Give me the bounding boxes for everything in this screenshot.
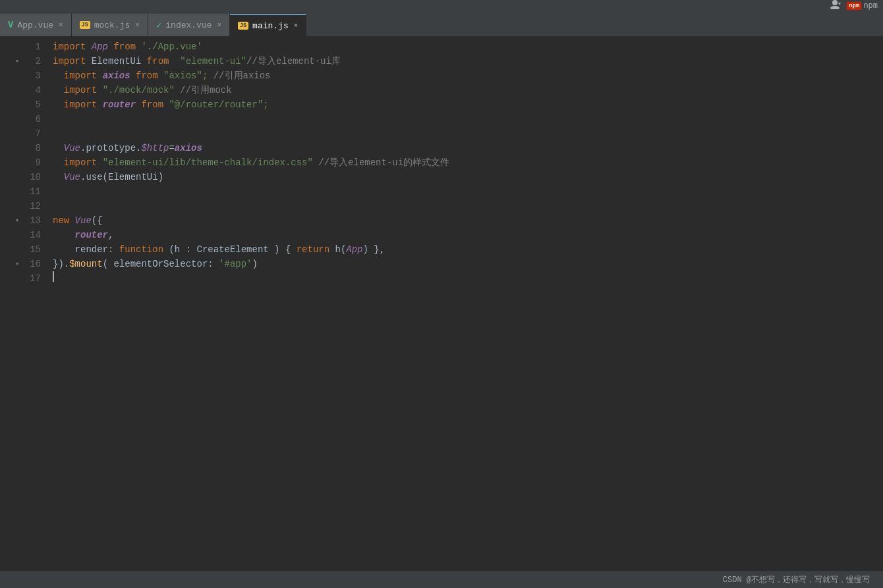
code-line-9: import "element-ui/lib/theme-chalk/index…	[53, 155, 883, 170]
code-line-13: new Vue({	[53, 213, 883, 228]
svg-point-1	[830, 6, 840, 9]
text-cursor	[53, 271, 54, 282]
code-line-6	[53, 112, 883, 126]
tab-bar: V App.vue × JS mock.js × ✓ index.vue × J…	[0, 12, 883, 37]
tab-close-main-js[interactable]: ×	[294, 22, 299, 30]
tab-icon-js-main: JS	[238, 22, 248, 30]
npm-badge: npm npm	[847, 1, 878, 11]
line-number-16: ▾16	[12, 257, 43, 271]
npm-label: npm	[863, 1, 878, 11]
tab-close-mock-js[interactable]: ×	[135, 21, 140, 29]
tab-label-mock-js: mock.js	[94, 20, 130, 30]
tab-close-app-vue[interactable]: ×	[59, 21, 63, 29]
tab-mock-js[interactable]: JS mock.js ×	[72, 14, 148, 36]
code-line-14: router,	[53, 228, 883, 242]
line-number-3: 3	[12, 68, 43, 83]
tab-icon-vue-index: ✓	[156, 20, 161, 31]
svg-point-0	[832, 0, 838, 5]
line-number-2: ▾2	[12, 54, 43, 68]
tab-app-vue[interactable]: V App.vue ×	[0, 14, 72, 36]
tab-label-app-vue: App.vue	[17, 20, 53, 30]
user-icon	[828, 0, 841, 12]
tab-main-js[interactable]: JS main.js ×	[230, 14, 306, 36]
status-bar: CSDN @不想写，还得写，写就写，慢慢写	[0, 571, 883, 588]
code-line-3: import axios from "axios"; //引用axios	[53, 68, 883, 83]
code-area[interactable]: import App from './App.vue'import Elemen…	[49, 40, 883, 571]
code-line-12	[53, 199, 883, 213]
line-number-15: 15	[12, 242, 43, 257]
line-numbers: 1▾23456789101112▾131415▾1617	[0, 40, 49, 571]
npm-icon: npm	[847, 2, 861, 10]
code-line-4: import "./mock/mock" //引用mock	[53, 83, 883, 97]
tab-close-index-vue[interactable]: ×	[217, 21, 222, 29]
line-number-9: 9	[12, 155, 43, 170]
tab-index-vue[interactable]: ✓ index.vue ×	[148, 14, 230, 36]
tab-label-index-vue: index.vue	[165, 20, 212, 30]
line-number-7: 7	[12, 126, 43, 141]
fold-icon-16[interactable]: ▾	[12, 257, 22, 271]
line-number-8: 8	[12, 141, 43, 155]
line-number-5: 5	[12, 97, 43, 112]
code-line-17	[53, 271, 883, 286]
code-line-2: import ElementUi from "element-ui"//导入el…	[53, 54, 883, 68]
fold-icon-2[interactable]: ▾	[12, 54, 22, 68]
line-number-10: 10	[12, 170, 43, 184]
code-line-5: import router from "@/router/router";	[53, 97, 883, 112]
line-number-13: ▾13	[12, 213, 43, 228]
code-line-15: render: function (h : CreateElement ) { …	[53, 242, 883, 257]
line-number-17: 17	[12, 271, 43, 286]
line-number-1: 1	[12, 40, 43, 54]
line-number-11: 11	[12, 184, 43, 199]
top-bar: npm npm	[0, 0, 883, 12]
code-line-10: Vue.use(ElementUi)	[53, 170, 883, 184]
line-number-14: 14	[12, 228, 43, 242]
status-text: CSDN @不想写，还得写，写就写，慢慢写	[723, 574, 870, 585]
tab-label-main-js: main.js	[252, 21, 289, 31]
tab-icon-js-mock: JS	[80, 21, 90, 29]
code-line-8: Vue.prototype.$http=axios	[53, 141, 883, 155]
fold-icon-13[interactable]: ▾	[12, 213, 22, 228]
top-bar-right: npm npm	[828, 0, 878, 12]
tab-icon-vue: V	[8, 20, 13, 30]
code-line-7	[53, 126, 883, 141]
svg-marker-2	[838, 3, 841, 5]
code-line-1: import App from './App.vue'	[53, 40, 883, 54]
line-number-6: 6	[12, 112, 43, 126]
line-number-12: 12	[12, 199, 43, 213]
editor: 1▾23456789101112▾131415▾1617 import App …	[0, 37, 883, 571]
code-line-16: }).$mount( elementOrSelector: '#app')	[53, 257, 883, 271]
code-line-11	[53, 184, 883, 199]
line-number-4: 4	[12, 83, 43, 97]
